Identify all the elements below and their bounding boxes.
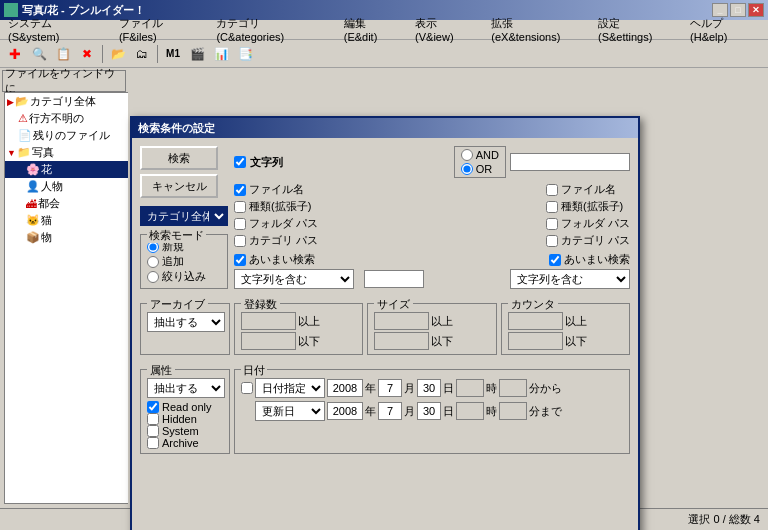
tree-item-things[interactable]: 📦 物 xyxy=(5,229,133,246)
tree-item-photo[interactable]: ▼ 📁 写真 xyxy=(5,144,133,161)
size-below-input xyxy=(374,332,429,350)
string-right-input[interactable] xyxy=(510,153,630,171)
left-string-input[interactable] xyxy=(364,270,424,288)
toolbar-sep2 xyxy=(157,45,158,63)
attribute-label: 属性 xyxy=(147,363,175,378)
date-year2-input[interactable] xyxy=(327,402,363,420)
attribute-select[interactable]: 抽出する xyxy=(147,378,225,398)
left-folder-check[interactable] xyxy=(234,218,246,230)
attr-archive-check[interactable] xyxy=(147,437,159,449)
date-hour2-label: 時 xyxy=(486,404,497,419)
string-label: 文字列 xyxy=(250,155,283,170)
left-folder-label: フォルダ パス xyxy=(249,216,318,231)
menu-system[interactable]: システム(S&ystem) xyxy=(4,14,107,45)
spacer2 xyxy=(328,182,536,248)
registry-above-input xyxy=(241,312,296,330)
date-type-select2[interactable]: 更新日 xyxy=(255,401,325,421)
attr-archive-row: Archive xyxy=(147,437,223,449)
or-label: OR xyxy=(476,163,493,175)
tree-item-all[interactable]: ▶ 📂 カテゴリ全体 xyxy=(5,93,133,110)
tree-item-flower[interactable]: 🌸 花 xyxy=(5,161,133,178)
flower-icon: 🌸 xyxy=(26,163,40,176)
toolbar-add[interactable]: ✚ xyxy=(4,43,26,65)
category-tree[interactable]: ▶ 📂 カテゴリ全体 ⚠ 行方不明の 📄 残りのファイル ▼ 📁 写真 🌸 花 xyxy=(4,92,134,504)
left-check-folder: フォルダ パス xyxy=(234,216,318,231)
right-contains-select[interactable]: 文字列を含む xyxy=(510,269,630,289)
dialog-body: 検索 キャンセル カテゴリ全体 検索モード 新規 xyxy=(132,138,638,462)
date-month2-label: 月 xyxy=(404,404,415,419)
date-month2-input[interactable] xyxy=(378,402,402,420)
or-radio[interactable] xyxy=(461,163,473,175)
counter-group: カウンタ 以上 以下 xyxy=(501,303,630,355)
right-category-check[interactable] xyxy=(546,235,558,247)
registry-below-row: 以下 xyxy=(241,332,356,350)
tree-item-remaining[interactable]: 📄 残りのファイル xyxy=(5,127,133,144)
date-day2-label: 日 xyxy=(443,404,454,419)
right-fuzzy-check: あいまい検索 xyxy=(549,252,630,267)
date-year1-input[interactable] xyxy=(327,379,363,397)
menu-view[interactable]: 表示(V&iew) xyxy=(411,14,479,45)
attr-readonly-check[interactable] xyxy=(147,401,159,413)
search-mode-add-radio[interactable] xyxy=(147,256,159,268)
andor-group: AND OR xyxy=(454,146,506,178)
attr-system-check[interactable] xyxy=(147,425,159,437)
menu-file[interactable]: ファイル(F&iles) xyxy=(115,14,205,45)
toolbar-open[interactable]: 📂 xyxy=(107,43,129,65)
menu-extensions[interactable]: 拡張(eX&tensions) xyxy=(487,14,586,45)
search-button[interactable]: 検索 xyxy=(140,146,218,170)
right-filename-check[interactable] xyxy=(546,184,558,196)
archive-group: アーカイブ 抽出する xyxy=(140,303,230,355)
menu-settings[interactable]: 設定(S&ettings) xyxy=(594,14,678,45)
toolbar-folder[interactable]: 🗂 xyxy=(131,43,153,65)
menu-edit[interactable]: 編集(E&dit) xyxy=(340,14,403,45)
toolbar-text[interactable]: M1 xyxy=(162,43,184,65)
dialog-conditions: 文字列 AND OR xyxy=(234,146,630,289)
left-checks: ファイル名 種類(拡張子) フォルダ パス xyxy=(234,182,318,248)
left-category-check[interactable] xyxy=(234,235,246,247)
search-mode-narrow-radio[interactable] xyxy=(147,271,159,283)
date-type-select1[interactable]: 日付指定 xyxy=(255,378,325,398)
right-type-check[interactable] xyxy=(546,201,558,213)
left-type-check[interactable] xyxy=(234,201,246,213)
menu-help[interactable]: ヘルプ(H&elp) xyxy=(686,14,764,45)
tree-item-city[interactable]: 🏙 都会 xyxy=(5,195,133,212)
string-header: 文字列 AND OR xyxy=(234,146,630,178)
attr-hidden-check[interactable] xyxy=(147,413,159,425)
date-enabled-check1[interactable] xyxy=(241,382,253,394)
string-enabled-checkbox[interactable] xyxy=(234,156,246,168)
counter-above-input xyxy=(508,312,563,330)
tree-item-missing[interactable]: ⚠ 行方不明の xyxy=(5,110,133,127)
registry-above-row: 以上 xyxy=(241,312,356,330)
cat-icon: 🐱 xyxy=(26,214,40,227)
size-below-label: 以下 xyxy=(431,334,453,349)
archive-select[interactable]: 抽出する xyxy=(147,312,225,332)
right-folder-check[interactable] xyxy=(546,218,558,230)
tree-item-cat[interactable]: 🐱 猫 xyxy=(5,212,133,229)
menu-category[interactable]: カテゴリ(C&ategories) xyxy=(212,14,331,45)
toolbar-copy[interactable]: 📋 xyxy=(52,43,74,65)
toolbar-delete[interactable]: ✖ xyxy=(76,43,98,65)
date-day2-input[interactable] xyxy=(417,402,441,420)
left-contains-select[interactable]: 文字列を含む xyxy=(234,269,354,289)
counter-below-row: 以下 xyxy=(508,332,623,350)
tree-item-people[interactable]: 👤 人物 xyxy=(5,178,133,195)
right-fuzzy-checkbox[interactable] xyxy=(549,254,561,266)
and-radio[interactable] xyxy=(461,149,473,161)
date-month1-input[interactable] xyxy=(378,379,402,397)
toolbar-report[interactable]: 📑 xyxy=(234,43,256,65)
category-dropdown-container: カテゴリ全体 xyxy=(140,206,228,226)
counter-above-label: 以上 xyxy=(565,314,587,329)
right-check-folder: フォルダ パス xyxy=(546,216,630,231)
left-fuzzy-checkbox[interactable] xyxy=(234,254,246,266)
cancel-button[interactable]: キャンセル xyxy=(140,174,218,198)
category-select[interactable]: カテゴリ全体 xyxy=(140,206,228,226)
toolbar-search[interactable]: 🔍 xyxy=(28,43,50,65)
search-mode-narrow: 絞り込み xyxy=(147,269,221,284)
left-filename-check[interactable] xyxy=(234,184,246,196)
date-day1-input[interactable] xyxy=(417,379,441,397)
registry-label: 登録数 xyxy=(241,297,280,312)
registry-below-input xyxy=(241,332,296,350)
toolbar-chart[interactable]: 📊 xyxy=(210,43,232,65)
toolbar-media[interactable]: 🎬 xyxy=(186,43,208,65)
search-mode-add-label: 追加 xyxy=(162,254,184,269)
